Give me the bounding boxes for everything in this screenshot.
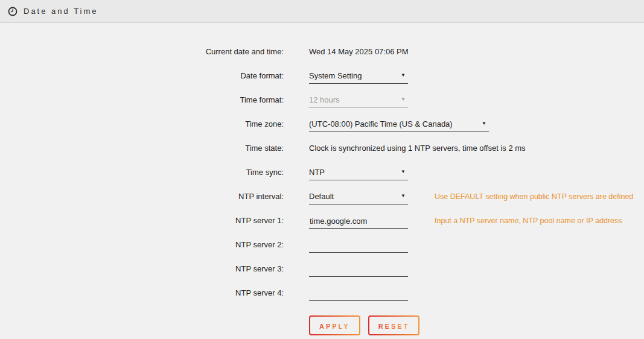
time-sync-selected-value: NTP (309, 168, 325, 177)
ntp-interval-label: NTP interval: (0, 192, 284, 201)
apply-button-label: APPLY (319, 323, 350, 330)
time-zone-selected-value: (UTC-08:00) Pacific Time (US & Canada) (309, 119, 453, 129)
date-format-select[interactable]: System Setting ▼ (309, 71, 408, 84)
dropdown-arrow-icon: ▼ (401, 95, 408, 104)
current-date-label: Current date and time: (0, 47, 284, 57)
date-time-form: Current date and time: Wed 14 May 2025 0… (0, 23, 644, 335)
form-row-ntp-interval: NTP interval: Default ▼ Use DEFAULT sett… (0, 188, 644, 212)
time-zone-label: Time zone: (0, 119, 284, 129)
time-format-label: Time format: (0, 95, 284, 105)
form-row-current-date: Current date and time: Wed 14 May 2025 0… (0, 43, 644, 67)
reset-button[interactable]: RESET (368, 315, 420, 335)
ntp-server-2-label: NTP server 2: (0, 240, 284, 250)
time-sync-select[interactable]: NTP ▼ (309, 168, 408, 180)
clock-icon (8, 7, 18, 16)
time-format-selected-value: 12 hours (309, 95, 340, 105)
form-row-time-sync: Time sync: NTP ▼ (0, 163, 644, 188)
ntp-server-4-input[interactable] (309, 288, 408, 301)
dropdown-arrow-icon: ▼ (401, 192, 408, 200)
ntp-interval-select[interactable]: Default ▼ (309, 192, 408, 204)
form-row-time-state: Time state: Clock is synchronized using … (0, 139, 644, 163)
apply-button[interactable]: APPLY (309, 315, 360, 335)
time-state-label: Time state: (0, 144, 284, 153)
form-row-time-format: Time format: 12 hours ▼ (0, 91, 644, 115)
time-sync-label: Time sync: (0, 168, 284, 177)
dropdown-arrow-icon: ▼ (401, 71, 408, 80)
time-state-value: Clock is synchronized using 1 NTP server… (309, 144, 526, 153)
button-row: APPLY RESET (309, 315, 644, 335)
ntp-server-3-label: NTP server 3: (0, 264, 284, 274)
ntp-server-4-label: NTP server 4: (0, 288, 284, 298)
form-row-date-format: Date format: System Setting ▼ (0, 67, 644, 91)
dropdown-arrow-icon: ▼ (401, 168, 408, 176)
page-title: Date and Time (24, 7, 98, 16)
time-format-select: 12 hours ▼ (309, 95, 408, 108)
form-row-ntp-server-1: NTP server 1: Input a NTP server name, N… (0, 212, 644, 236)
ntp-server-1-hint: Input a NTP server name, NTP pool name o… (435, 216, 622, 226)
current-date-value: Wed 14 May 2025 07:06 PM (309, 47, 409, 57)
reset-button-label: RESET (378, 323, 410, 330)
date-format-label: Date format: (0, 71, 284, 81)
date-format-selected-value: System Setting (309, 71, 362, 81)
form-row-ntp-server-4: NTP server 4: (0, 284, 644, 308)
ntp-server-3-input[interactable] (309, 264, 408, 277)
ntp-server-1-label: NTP server 1: (0, 216, 284, 226)
form-row-time-zone: Time zone: (UTC-08:00) Pacific Time (US … (0, 115, 644, 139)
ntp-interval-selected-value: Default (309, 192, 334, 201)
form-row-ntp-server-2: NTP server 2: (0, 236, 644, 260)
time-zone-select[interactable]: (UTC-08:00) Pacific Time (US & Canada) ▼ (309, 119, 489, 132)
ntp-server-1-input[interactable] (309, 216, 408, 229)
dropdown-arrow-icon: ▼ (482, 119, 489, 128)
ntp-interval-hint: Use DEFAULT setting when public NTP serv… (435, 192, 633, 201)
form-row-ntp-server-3: NTP server 3: (0, 260, 644, 284)
ntp-server-2-input[interactable] (309, 240, 408, 253)
page-header: Date and Time (0, 0, 644, 23)
